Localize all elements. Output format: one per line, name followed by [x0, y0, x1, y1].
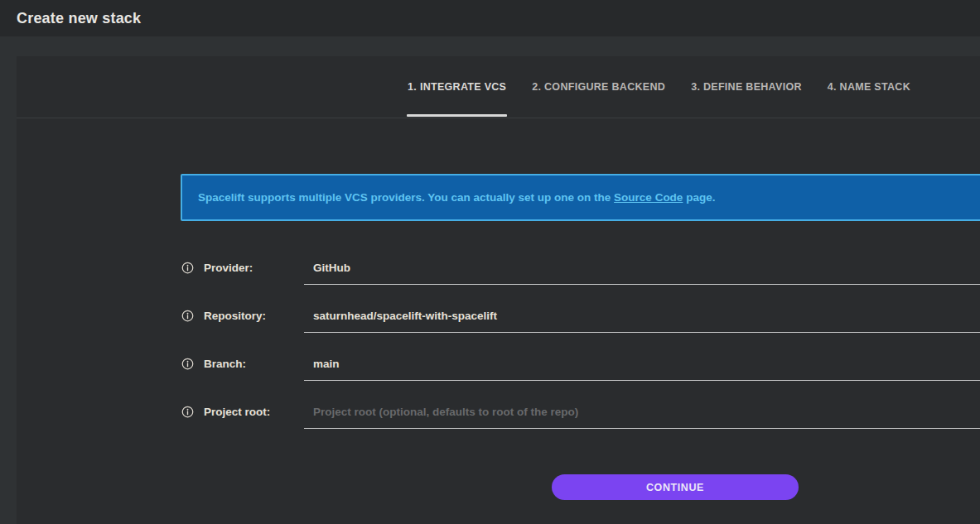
tab-configure-backend[interactable]: 2. CONFIGURE BACKEND — [532, 56, 665, 118]
branch-label: Branch: — [204, 358, 246, 370]
form-row-provider: Provider: — [181, 257, 980, 305]
project-root-label: Project root: — [204, 406, 270, 418]
page-header: Create new stack — [0, 0, 980, 36]
create-stack-panel: 1. INTEGRATE VCS 2. CONFIGURE BACKEND 3.… — [17, 56, 980, 524]
tab-name-stack[interactable]: 4. NAME STACK — [828, 56, 910, 118]
stepper-tabbar: 1. INTEGRATE VCS 2. CONFIGURE BACKEND 3.… — [17, 56, 980, 118]
info-icon[interactable] — [181, 310, 194, 322]
provider-label: Provider: — [204, 262, 253, 274]
info-icon[interactable] — [181, 406, 194, 418]
project-root-label-group: Project root: — [181, 401, 304, 418]
vcs-info-banner: Spacelift supports multiple VCS provider… — [181, 174, 980, 221]
repository-label: Repository: — [204, 310, 266, 322]
banner-text: Spacelift supports multiple VCS provider… — [198, 191, 715, 204]
source-code-link[interactable]: Source Code — [614, 191, 683, 204]
project-root-input[interactable] — [304, 401, 980, 429]
vcs-form: Provider: Repository: — [181, 257, 980, 449]
repository-input[interactable] — [304, 305, 980, 333]
provider-label-group: Provider: — [181, 257, 304, 274]
info-icon[interactable] — [181, 262, 194, 274]
provider-input[interactable] — [304, 257, 980, 285]
branch-input[interactable] — [304, 353, 980, 381]
tab-integrate-vcs[interactable]: 1. INTEGRATE VCS — [408, 56, 506, 118]
banner-text-before: Spacelift supports multiple VCS provider… — [198, 191, 614, 204]
tab-define-behavior[interactable]: 3. DEFINE BEHAVIOR — [691, 56, 802, 118]
continue-button[interactable]: CONTINUE — [552, 474, 799, 500]
form-row-branch: Branch: — [181, 353, 980, 401]
repository-label-group: Repository: — [181, 305, 304, 322]
page-title: Create new stack — [17, 10, 141, 27]
banner-text-after: page. — [683, 191, 715, 204]
branch-label-group: Branch: — [181, 353, 304, 370]
info-icon[interactable] — [181, 358, 194, 370]
form-row-repository: Repository: — [181, 305, 980, 353]
form-row-project-root: Project root: — [181, 401, 980, 449]
